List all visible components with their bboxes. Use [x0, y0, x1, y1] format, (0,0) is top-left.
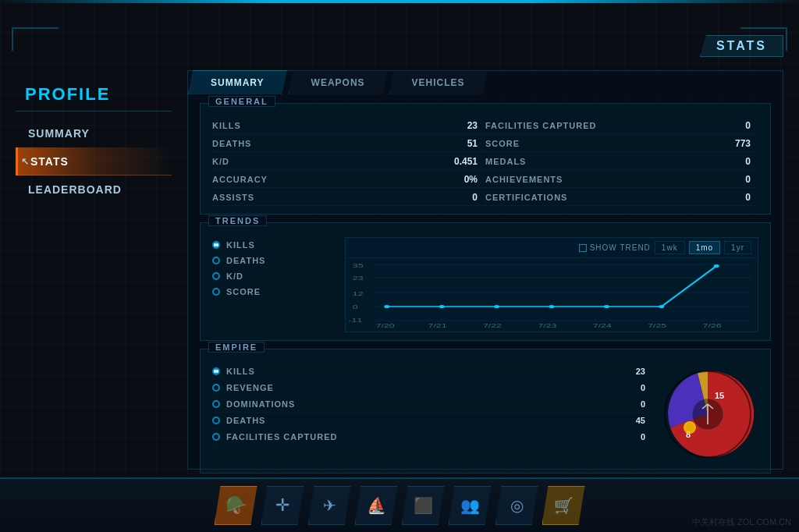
taskbar-btn-ship[interactable]: ⛵ [355, 486, 398, 525]
taskbar-btn-inventory[interactable]: ⬛ [402, 486, 445, 525]
tab-weapons[interactable]: WEAPONS [289, 70, 388, 94]
stat-row-score: SCORE 773 [485, 136, 758, 152]
empire-label: EMPIRE [208, 342, 265, 353]
chart-controls: SHOW TREND 1wk 1mo 1yr [346, 238, 758, 258]
trend-deaths-label: DEATHS [226, 256, 265, 265]
soldier-icon: 🪖 [225, 495, 247, 516]
empire-facilities[interactable]: FACILITIES CAPTURED 0 [212, 429, 649, 445]
taskbar-btn-squad[interactable]: 👥 [449, 486, 492, 525]
content-area: GENERAL KILLS 23 DEATHS 51 K/D 0.451 [188, 95, 783, 489]
radio-empire-deaths [212, 417, 220, 424]
svg-text:7/25: 7/25 [648, 323, 666, 328]
trends-label: TRENDS [208, 215, 267, 226]
svg-point-23 [714, 264, 719, 268]
radio-empire-kills [212, 367, 220, 375]
trend-kills[interactable]: KILLS [212, 237, 337, 253]
empire-pie-chart: 15 8 [657, 364, 758, 465]
sidebar-label-stats: STATS [30, 155, 69, 168]
trend-chart: 35 23 12 0 -11 7/20 7/21 [346, 258, 758, 328]
general-section: GENERAL KILLS 23 DEATHS 51 K/D 0.451 [200, 103, 771, 215]
trend-kd[interactable]: K/D [212, 268, 337, 284]
stats-left-col: KILLS 23 DEATHS 51 K/D 0.451 ACCURACY 0% [212, 118, 485, 206]
taskbar: 🪖 ✛ ✈ ⛵ ⬛ 👥 ◎ 🛒 [0, 477, 799, 532]
svg-text:7/26: 7/26 [703, 323, 722, 328]
empire-section: EMPIRE KILLS 23 REVENGE 0 [200, 349, 771, 473]
sidebar-item-leaderboard[interactable]: LEADERBOARD [16, 176, 172, 204]
svg-text:7/22: 7/22 [483, 323, 502, 328]
ship-icon: ⛵ [367, 496, 386, 515]
stats-title: STATS [716, 39, 767, 52]
stat-row-assists: ASSISTS 0 [212, 190, 485, 206]
sidebar-label-summary: SUMMARY [28, 127, 90, 140]
svg-point-18 [439, 305, 445, 308]
radio-empire-facilities [212, 433, 220, 441]
svg-point-19 [494, 305, 499, 308]
corner-decoration-tl [12, 27, 59, 51]
svg-text:23: 23 [353, 275, 364, 282]
watermark: 中关村在线 ZOL.COM.CN [692, 516, 791, 528]
stat-row-achievements: ACHIEVEMENTS 0 [485, 172, 758, 188]
tab-summary[interactable]: SUMMARY [188, 70, 287, 94]
svg-point-22 [659, 305, 664, 308]
sidebar-item-stats[interactable]: ↖ STATS [16, 147, 172, 176]
stat-row-kills: KILLS 23 [212, 118, 485, 134]
empire-deaths[interactable]: DEATHS 45 [212, 413, 649, 429]
stat-row-accuracy: ACCURACY 0% [212, 172, 485, 188]
radio-deaths [212, 257, 220, 264]
pie-svg: 15 8 [657, 364, 758, 465]
taskbar-btn-crosshair[interactable]: ✛ [261, 486, 304, 525]
stat-row-facilities: FACILITIES CAPTURED 0 [485, 118, 758, 134]
taskbar-btn-soldier[interactable]: 🪖 [215, 486, 257, 525]
empire-dominations[interactable]: DOMINATIONS 0 [212, 396, 649, 413]
empire-container: KILLS 23 REVENGE 0 DOMINATIONS 0 [212, 364, 758, 465]
inventory-icon: ⬛ [414, 496, 433, 515]
show-trend-label: SHOW TREND [590, 243, 651, 252]
taskbar-btn-store[interactable]: 🛒 [542, 486, 585, 525]
trend-score[interactable]: SCORE [212, 284, 337, 300]
stat-row-medals: MEDALS 0 [485, 154, 758, 170]
store-icon: 🛒 [554, 496, 574, 515]
top-border-accent [0, 0, 799, 3]
svg-text:15: 15 [715, 391, 724, 400]
radio-empire-dominations [212, 400, 220, 408]
sidebar: PROFILE SUMMARY ↖ STATS LEADERBOARD [16, 78, 172, 204]
sidebar-item-summary[interactable]: SUMMARY [16, 119, 172, 147]
svg-text:12: 12 [353, 291, 364, 297]
stats-title-bar: STATS [700, 35, 783, 57]
radio-score [212, 288, 220, 296]
empire-options: KILLS 23 REVENGE 0 DOMINATIONS 0 [212, 364, 649, 465]
show-trend-checkbox[interactable] [579, 244, 587, 252]
svg-point-21 [604, 305, 609, 308]
empire-kills[interactable]: KILLS 23 [212, 364, 649, 380]
svg-point-32 [686, 424, 694, 431]
show-trend-checkbox-row[interactable]: SHOW TREND [579, 243, 651, 252]
empire-revenge[interactable]: REVENGE 0 [212, 380, 649, 396]
svg-text:35: 35 [353, 263, 364, 269]
cursor-icon: ↖ [21, 156, 30, 167]
svg-text:7/24: 7/24 [593, 323, 612, 328]
trend-deaths[interactable]: DEATHS [212, 253, 337, 268]
trends-container: KILLS DEATHS K/D SCORE [212, 237, 758, 332]
svg-text:7/21: 7/21 [428, 323, 447, 328]
radio-empire-revenge [212, 384, 220, 392]
time-btn-1mo[interactable]: 1mo [689, 241, 720, 254]
taskbar-btn-aircraft[interactable]: ✈ [308, 486, 351, 525]
target-icon: ◎ [510, 496, 524, 515]
stats-right-col: FACILITIES CAPTURED 0 SCORE 773 MEDALS 0… [485, 118, 758, 206]
general-grid: KILLS 23 DEATHS 51 K/D 0.451 ACCURACY 0% [212, 118, 758, 206]
radio-kd [212, 272, 220, 280]
svg-text:7/23: 7/23 [538, 323, 556, 328]
trends-section: TRENDS KILLS DEATHS K/D [200, 222, 771, 341]
time-btn-1wk[interactable]: 1wk [655, 241, 685, 254]
tabs-bar: SUMMARY WEAPONS VEHICLES [188, 70, 783, 94]
tab-vehicles[interactable]: VEHICLES [389, 70, 488, 94]
stat-row-kd: K/D 0.451 [212, 154, 485, 170]
svg-text:-11: -11 [349, 317, 363, 324]
svg-point-20 [549, 305, 554, 308]
taskbar-btn-target[interactable]: ◎ [495, 486, 538, 525]
time-btn-1yr[interactable]: 1yr [724, 241, 751, 254]
profile-label: PROFILE [16, 78, 172, 112]
svg-text:0: 0 [353, 304, 358, 310]
chart-area: SHOW TREND 1wk 1mo 1yr 35 23 12 0 -11 [345, 237, 758, 332]
sidebar-label-leaderboard: LEADERBOARD [28, 183, 122, 196]
